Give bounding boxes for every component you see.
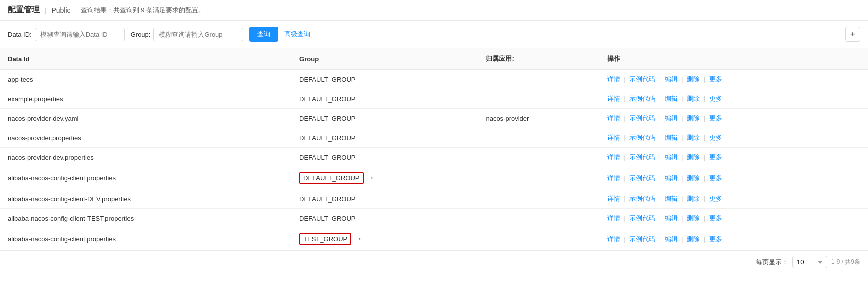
action-separator: | (622, 134, 628, 142)
action-separator: | (702, 134, 707, 142)
action-更多[interactable]: 更多 (709, 114, 722, 122)
action-编辑[interactable]: 编辑 (665, 236, 678, 243)
cell-app (478, 209, 599, 228)
group-label: Group: (131, 31, 151, 38)
cell-app (478, 90, 599, 109)
action-更多[interactable]: 更多 (709, 195, 722, 202)
col-app: 归属应用: (478, 48, 599, 70)
data-id-input[interactable] (35, 28, 125, 42)
action-separator: | (657, 134, 663, 142)
action-详情[interactable]: 详情 (607, 214, 620, 222)
action-separator: | (622, 236, 628, 243)
action-示例代码[interactable]: 示例代码 (629, 214, 655, 222)
action-删除[interactable]: 删除 (687, 214, 700, 222)
action-编辑[interactable]: 编辑 (665, 174, 678, 182)
action-separator: | (680, 154, 685, 161)
action-separator: | (680, 114, 685, 122)
action-编辑[interactable]: 编辑 (665, 114, 678, 122)
action-删除[interactable]: 删除 (687, 95, 700, 102)
action-详情[interactable]: 详情 (607, 95, 620, 102)
cell-data-id: nacos-provider-dev.yaml (0, 109, 291, 128)
query-button[interactable]: 查询 (249, 27, 278, 42)
action-示例代码[interactable]: 示例代码 (629, 195, 655, 202)
header-title: 配置管理 (8, 5, 40, 16)
action-separator: | (702, 236, 707, 243)
action-separator: | (702, 154, 707, 161)
cell-group: DEFAULT_GROUP (291, 148, 478, 168)
arrow-annotation: → (353, 234, 362, 244)
arrow-annotation: → (366, 173, 375, 184)
action-编辑[interactable]: 编辑 (665, 195, 678, 202)
action-separator: | (622, 76, 628, 83)
action-更多[interactable]: 更多 (709, 214, 722, 222)
action-示例代码[interactable]: 示例代码 (629, 236, 655, 243)
cell-data-id: example.properties (0, 90, 291, 109)
action-separator: | (657, 195, 663, 202)
header-divider: | (45, 6, 46, 14)
action-删除[interactable]: 删除 (687, 154, 700, 161)
action-更多[interactable]: 更多 (709, 95, 722, 102)
cell-data-id: nacos-provider.properties (0, 128, 291, 148)
action-separator: | (622, 114, 628, 122)
action-删除[interactable]: 删除 (687, 114, 700, 122)
action-详情[interactable]: 详情 (607, 154, 620, 161)
cell-actions: 详情 | 示例代码 | 编辑 | 删除 | 更多 (599, 228, 868, 250)
action-详情[interactable]: 详情 (607, 195, 620, 202)
header-namespace: Public (51, 6, 70, 14)
action-separator: | (680, 195, 685, 202)
action-示例代码[interactable]: 示例代码 (629, 76, 655, 83)
action-删除[interactable]: 删除 (687, 236, 700, 243)
action-separator: | (680, 214, 685, 222)
action-separator: | (702, 114, 707, 122)
cell-app (478, 190, 599, 209)
action-separator: | (680, 95, 685, 102)
action-删除[interactable]: 删除 (687, 174, 700, 182)
group-highlighted-box: TEST_GROUP (299, 234, 351, 245)
cell-data-id: alibaba-nacos-config-client-DEV.properti… (0, 190, 291, 209)
action-示例代码[interactable]: 示例代码 (629, 174, 655, 182)
action-separator: | (680, 174, 685, 182)
action-更多[interactable]: 更多 (709, 76, 722, 83)
toolbar: Data ID: Group: 查询 高级查询 + (0, 21, 868, 48)
action-separator: | (680, 76, 685, 83)
action-删除[interactable]: 删除 (687, 134, 700, 142)
action-separator: | (657, 114, 663, 122)
action-更多[interactable]: 更多 (709, 154, 722, 161)
action-separator: | (702, 95, 707, 102)
action-编辑[interactable]: 编辑 (665, 214, 678, 222)
action-编辑[interactable]: 编辑 (665, 134, 678, 142)
group-input[interactable] (153, 28, 243, 42)
data-id-label: Data ID: (8, 31, 32, 38)
action-示例代码[interactable]: 示例代码 (629, 134, 655, 142)
action-详情[interactable]: 详情 (607, 134, 620, 142)
action-示例代码[interactable]: 示例代码 (629, 114, 655, 122)
action-删除[interactable]: 删除 (687, 195, 700, 202)
add-config-button[interactable]: + (845, 27, 860, 42)
table-body: app-teesDEFAULT_GROUP详情 | 示例代码 | 编辑 | 删除… (0, 70, 868, 250)
action-separator: | (622, 195, 628, 202)
action-separator: | (702, 174, 707, 182)
advanced-query-link[interactable]: 高级查询 (284, 30, 310, 39)
table-row: nacos-provider.propertiesDEFAULT_GROUP详情… (0, 128, 868, 148)
action-更多[interactable]: 更多 (709, 134, 722, 142)
action-编辑[interactable]: 编辑 (665, 154, 678, 161)
action-删除[interactable]: 删除 (687, 76, 700, 83)
cell-group: DEFAULT_GROUP (291, 209, 478, 228)
action-编辑[interactable]: 编辑 (665, 95, 678, 102)
config-table-wrapper: Data Id Group 归属应用: 操作 app-teesDEFAULT_G… (0, 48, 868, 250)
action-示例代码[interactable]: 示例代码 (629, 154, 655, 161)
per-page-select[interactable]: 10 20 50 100 (792, 256, 827, 268)
table-row: alibaba-nacos-config-client.propertiesTE… (0, 228, 868, 250)
action-详情[interactable]: 详情 (607, 236, 620, 243)
cell-group: DEFAULT_GROUP (291, 90, 478, 109)
col-data-id: Data Id (0, 48, 291, 70)
action-示例代码[interactable]: 示例代码 (629, 95, 655, 102)
page-wrapper: 配置管理 | Public 查询结果：共查询到 9 条满足要求的配置。 Data… (0, 0, 868, 288)
action-详情[interactable]: 详情 (607, 174, 620, 182)
action-更多[interactable]: 更多 (709, 174, 722, 182)
action-编辑[interactable]: 编辑 (665, 76, 678, 83)
action-详情[interactable]: 详情 (607, 114, 620, 122)
action-详情[interactable]: 详情 (607, 76, 620, 83)
action-更多[interactable]: 更多 (709, 236, 722, 243)
cell-actions: 详情 | 示例代码 | 编辑 | 删除 | 更多 (599, 109, 868, 128)
